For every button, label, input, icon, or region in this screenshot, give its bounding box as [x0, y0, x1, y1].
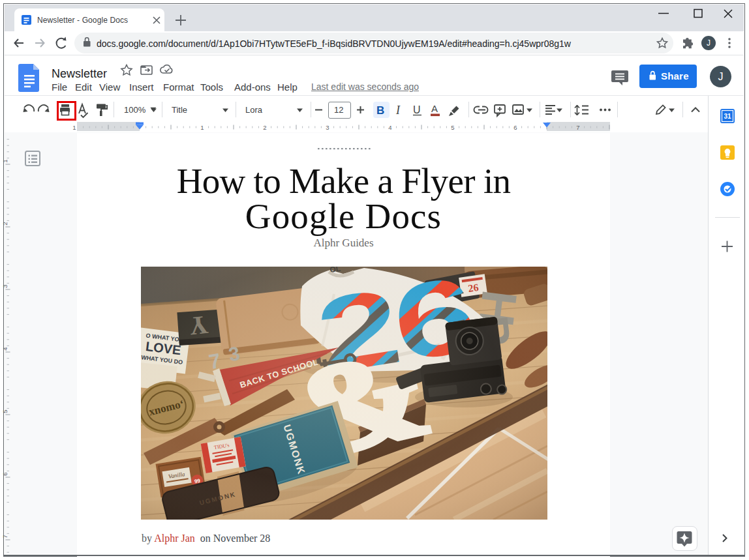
svg-text:6: 6	[513, 124, 517, 131]
svg-text:7: 7	[576, 124, 579, 131]
svg-text:6: 6	[1, 472, 8, 475]
svg-text:5: 5	[451, 124, 454, 131]
svg-text:4: 4	[1, 347, 8, 350]
svg-text:5: 5	[1, 409, 8, 413]
svg-text:7: 7	[1, 535, 8, 538]
svg-text:1: 1	[1, 159, 8, 162]
svg-text:2: 2	[263, 124, 266, 131]
svg-text:2: 2	[1, 222, 8, 225]
svg-text:3: 3	[326, 124, 329, 131]
svg-text:1: 1	[200, 124, 204, 131]
svg-text:4: 4	[388, 124, 391, 131]
svg-text:3: 3	[1, 284, 8, 287]
svg-text:31: 31	[724, 113, 731, 120]
svg-text:1: 1	[72, 124, 76, 131]
